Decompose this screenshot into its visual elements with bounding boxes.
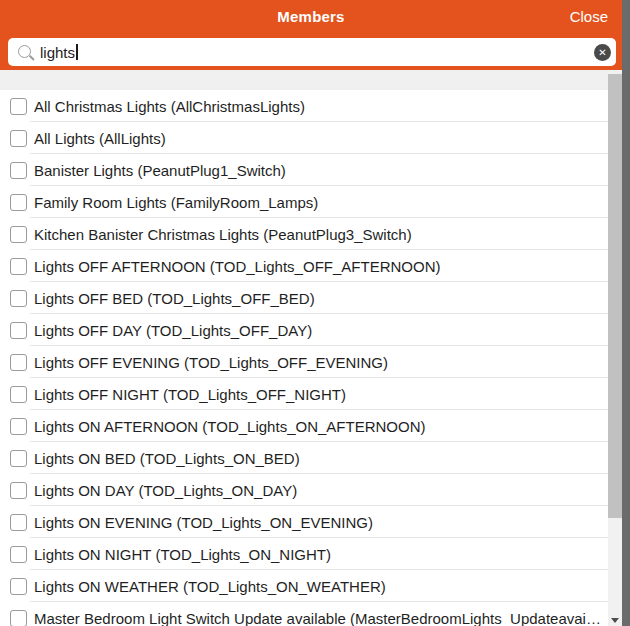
screen: Members Close lights ✕ All Christmas Lig… [0,0,630,626]
member-row[interactable]: Lights ON BED (TOD_Lights_ON_BED) [0,442,608,474]
dialog-header: Members Close lights ✕ [0,0,622,70]
member-checkbox[interactable] [10,386,27,403]
chevron-down-icon [611,618,619,623]
member-checkbox[interactable] [10,98,27,115]
search-input[interactable]: lights ✕ [8,38,616,66]
member-checkbox[interactable] [10,546,27,563]
member-checkbox[interactable] [10,194,27,211]
member-label: Lights ON EVENING (TOD_Lights_ON_EVENING… [34,514,379,531]
member-row[interactable]: Lights ON NIGHT (TOD_Lights_ON_NIGHT) [0,538,608,570]
member-checkbox[interactable] [10,482,27,499]
text-caret [76,44,78,60]
search-bar: lights ✕ [8,38,616,66]
member-row[interactable]: Lights OFF BED (TOD_Lights_OFF_BED) [0,282,608,314]
member-row[interactable]: Master Bedroom Light Switch Update avail… [0,602,608,626]
clear-search-button[interactable]: ✕ [594,44,611,61]
member-row[interactable]: Lights ON AFTERNOON (TOD_Lights_ON_AFTER… [0,410,608,442]
member-label: Lights ON AFTERNOON (TOD_Lights_ON_AFTER… [34,418,431,435]
member-checkbox[interactable] [10,418,27,435]
clear-icon: ✕ [598,44,606,61]
search-value: lights [40,44,75,61]
member-checkbox[interactable] [10,450,27,467]
member-checkbox[interactable] [10,322,27,339]
member-label: Kitchen Banister Christmas Lights (Peanu… [34,226,418,243]
member-label: Lights ON NIGHT (TOD_Lights_ON_NIGHT) [34,546,337,563]
member-checkbox[interactable] [10,290,27,307]
member-row[interactable]: Lights ON DAY (TOD_Lights_ON_DAY) [0,474,608,506]
member-row[interactable]: Kitchen Banister Christmas Lights (Peanu… [0,218,608,250]
scrollbar[interactable] [608,70,622,626]
page-title: Members [0,8,622,25]
member-label: Lights OFF BED (TOD_Lights_OFF_BED) [34,290,321,307]
search-icon [18,45,31,58]
member-row[interactable]: Lights ON WEATHER (TOD_Lights_ON_WEATHER… [0,570,608,602]
list-top-gap [0,70,608,90]
member-list-area: All Christmas Lights (AllChristmasLights… [0,70,608,626]
member-row[interactable]: All Lights (AllLights) [0,122,608,154]
member-checkbox[interactable] [10,578,27,595]
member-label: Lights ON DAY (TOD_Lights_ON_DAY) [34,482,303,499]
member-row[interactable]: Lights OFF AFTERNOON (TOD_Lights_OFF_AFT… [0,250,608,282]
member-checkbox[interactable] [10,130,27,147]
member-list: All Christmas Lights (AllChristmasLights… [0,90,608,626]
member-label: Lights OFF NIGHT (TOD_Lights_OFF_NIGHT) [34,386,352,403]
page-backdrop [622,0,630,626]
member-label: Lights OFF EVENING (TOD_Lights_OFF_EVENI… [34,354,394,371]
member-label: Banister Lights (PeanutPlug1_Switch) [34,162,292,179]
member-checkbox[interactable] [10,610,27,626]
scroll-down-button[interactable] [608,610,622,626]
member-label: Lights OFF DAY (TOD_Lights_OFF_DAY) [34,322,318,339]
member-label: Lights ON BED (TOD_Lights_ON_BED) [34,450,306,467]
member-row[interactable]: Family Room Lights (FamilyRoom_Lamps) [0,186,608,218]
member-checkbox[interactable] [10,514,27,531]
member-checkbox[interactable] [10,258,27,275]
member-row[interactable]: Banister Lights (PeanutPlug1_Switch) [0,154,608,186]
members-dialog: Members Close lights ✕ All Christmas Lig… [0,0,622,626]
member-label: Lights ON WEATHER (TOD_Lights_ON_WEATHER… [34,578,392,595]
member-row[interactable]: Lights OFF NIGHT (TOD_Lights_OFF_NIGHT) [0,378,608,410]
member-row[interactable]: All Christmas Lights (AllChristmasLights… [0,90,608,122]
member-label: Family Room Lights (FamilyRoom_Lamps) [34,194,324,211]
member-checkbox[interactable] [10,354,27,371]
member-checkbox[interactable] [10,162,27,179]
close-button[interactable]: Close [570,8,608,25]
member-label: Lights OFF AFTERNOON (TOD_Lights_OFF_AFT… [34,258,446,275]
member-row[interactable]: Lights OFF DAY (TOD_Lights_OFF_DAY) [0,314,608,346]
member-checkbox[interactable] [10,226,27,243]
member-row[interactable]: Lights ON EVENING (TOD_Lights_ON_EVENING… [0,506,608,538]
scrollbar-thumb[interactable] [608,74,622,518]
member-label: All Lights (AllLights) [34,130,172,147]
member-label: All Christmas Lights (AllChristmasLights… [34,98,311,115]
member-label: Master Bedroom Light Switch Update avail… [34,610,608,626]
member-row[interactable]: Lights OFF EVENING (TOD_Lights_OFF_EVENI… [0,346,608,378]
title-bar: Members Close [0,0,622,32]
